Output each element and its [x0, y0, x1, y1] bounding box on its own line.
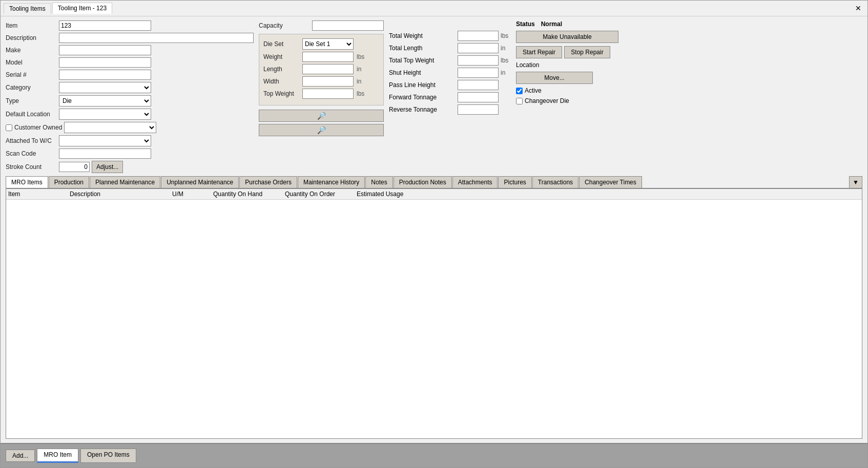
serial-input[interactable]	[59, 70, 151, 80]
die-topweight-input[interactable]	[302, 89, 354, 99]
category-label: Category	[6, 84, 57, 91]
capacity-input[interactable]	[312, 20, 384, 31]
tab-mro-items[interactable]: MRO Items	[6, 176, 48, 189]
description-row: Description	[6, 33, 254, 43]
reverse-tonnage-input[interactable]	[458, 104, 499, 115]
die-topweight-row: Top Weight lbs	[263, 89, 379, 99]
die-weight-label: Weight	[263, 53, 299, 60]
main-content: Item Description Make Model Serial #	[1, 16, 867, 443]
die-length-input[interactable]	[302, 64, 354, 74]
total-length-unit: in	[501, 45, 511, 52]
type-label: Type	[6, 97, 57, 104]
col-header-eu: Estimated Usage	[357, 190, 428, 198]
total-weight-row: Total Weight lbs	[389, 31, 511, 41]
default-location-select[interactable]	[59, 109, 151, 120]
tab-notes[interactable]: Notes	[365, 176, 392, 188]
col-header-um: U/M	[172, 190, 213, 198]
type-select[interactable]: Die	[59, 95, 151, 107]
tab-pictures[interactable]: Pictures	[498, 176, 531, 188]
tab-planned-maintenance[interactable]: Planned Maintenance	[90, 176, 160, 188]
bottom-tab-mro-item[interactable]: MRO Item	[37, 449, 78, 463]
total-top-weight-input[interactable]	[458, 55, 499, 66]
active-label: Active	[525, 87, 542, 94]
tabs-container: MRO Items Production Planned Maintenance…	[6, 176, 862, 439]
tab-overflow-button[interactable]: ▼	[849, 176, 862, 188]
total-top-weight-label: Total Top Weight	[389, 57, 456, 64]
attached-wc-label: Attached To W/C	[6, 137, 57, 144]
attached-wc-row: Attached To W/C	[6, 135, 254, 146]
stroke-count-row: Stroke Count Adjust...	[6, 161, 254, 173]
tab-production[interactable]: Production	[49, 176, 89, 188]
model-input[interactable]	[59, 57, 151, 68]
description-input[interactable]	[59, 33, 254, 43]
bottom-tab-open-po-items[interactable]: Open PO Items	[80, 449, 136, 463]
shut-height-label: Shut Height	[389, 69, 456, 76]
table-header: Item Description U/M Quantity On Hand Qu…	[6, 189, 862, 200]
make-input[interactable]	[59, 45, 151, 55]
die-set-select[interactable]: Die Set 1 Die Set 2	[302, 38, 354, 50]
stop-repair-button[interactable]: Stop Repair	[564, 46, 610, 58]
pass-line-input[interactable]	[458, 80, 499, 90]
customer-owned-select[interactable]	[64, 122, 156, 133]
forward-tonnage-row: Forward Tonnage	[389, 92, 511, 102]
forward-tonnage-label: Forward Tonnage	[389, 94, 456, 101]
default-location-label: Default Location	[6, 111, 57, 118]
tab-transactions[interactable]: Transactions	[532, 176, 578, 188]
col-header-item: Item	[8, 190, 70, 198]
tab-bar: MRO Items Production Planned Maintenance…	[6, 176, 862, 189]
customer-owned-label: Customer Owned	[14, 124, 62, 131]
tab-purchase-orders[interactable]: Purchase Orders	[239, 176, 297, 188]
binocular-btn-2[interactable]: 🔎	[259, 124, 384, 136]
col-header-qoo: Quantity On Order	[285, 190, 357, 198]
description-label: Description	[6, 34, 57, 41]
status-row: Status Normal	[516, 20, 618, 28]
serial-row: Serial #	[6, 70, 254, 80]
die-width-input[interactable]	[302, 76, 354, 87]
item-row: Item	[6, 20, 254, 31]
tab-unplanned-maintenance[interactable]: Unplanned Maintenance	[161, 176, 239, 188]
col-header-qoh: Quantity On Hand	[213, 190, 285, 198]
tab-attachments[interactable]: Attachments	[452, 176, 498, 188]
repair-btn-row: Start Repair Stop Repair	[516, 46, 618, 58]
make-label: Make	[6, 47, 57, 54]
adjust-button[interactable]: Adjust...	[92, 161, 123, 173]
customer-owned-row: Customer Owned	[6, 122, 254, 133]
item-input[interactable]	[59, 20, 151, 31]
total-weight-label: Total Weight	[389, 32, 456, 39]
title-bar: Tooling Items Tooling Item - 123 ✕	[1, 1, 867, 16]
total-length-input[interactable]	[458, 43, 499, 53]
category-row: Category	[6, 82, 254, 93]
active-row: Active	[516, 87, 618, 94]
die-weight-input[interactable]	[302, 52, 354, 62]
make-unavailable-button[interactable]: Make Unavailable	[516, 31, 618, 43]
stroke-count-input[interactable]	[59, 162, 90, 172]
tab-changeover-times[interactable]: Changeover Times	[579, 176, 642, 188]
total-weight-input[interactable]	[458, 31, 499, 41]
die-topweight-unit: lbs	[357, 90, 367, 97]
customer-owned-checkbox[interactable]	[6, 124, 12, 131]
tab-maintenance-history[interactable]: Maintenance History	[298, 176, 365, 188]
location-label: Location	[516, 61, 539, 69]
title-tab-tooling-item-123[interactable]: Tooling Item - 123	[52, 3, 112, 14]
make-row: Make	[6, 45, 254, 55]
forward-tonnage-input[interactable]	[458, 92, 499, 102]
title-tab-tooling-items[interactable]: Tooling Items	[4, 3, 51, 14]
scan-code-row: Scan Code	[6, 148, 254, 159]
total-weight-unit: lbs	[501, 32, 511, 39]
die-length-row: Length in	[263, 64, 379, 74]
move-button[interactable]: Move...	[516, 72, 593, 84]
active-checkbox[interactable]	[516, 88, 523, 94]
changeover-die-checkbox[interactable]	[516, 98, 523, 104]
scan-code-input[interactable]	[59, 148, 151, 159]
close-button[interactable]: ✕	[852, 4, 864, 12]
total-top-weight-unit: lbs	[501, 57, 511, 64]
tab-production-notes[interactable]: Production Notes	[394, 176, 452, 188]
category-select[interactable]	[59, 82, 151, 93]
shut-height-input[interactable]	[458, 68, 499, 78]
add-button[interactable]: Add...	[6, 450, 35, 462]
binocular-btn-1[interactable]: 🔎	[259, 110, 384, 122]
total-length-label: Total Length	[389, 45, 456, 52]
die-width-row: Width in	[263, 76, 379, 87]
attached-wc-select[interactable]	[59, 135, 151, 146]
start-repair-button[interactable]: Start Repair	[516, 46, 562, 58]
